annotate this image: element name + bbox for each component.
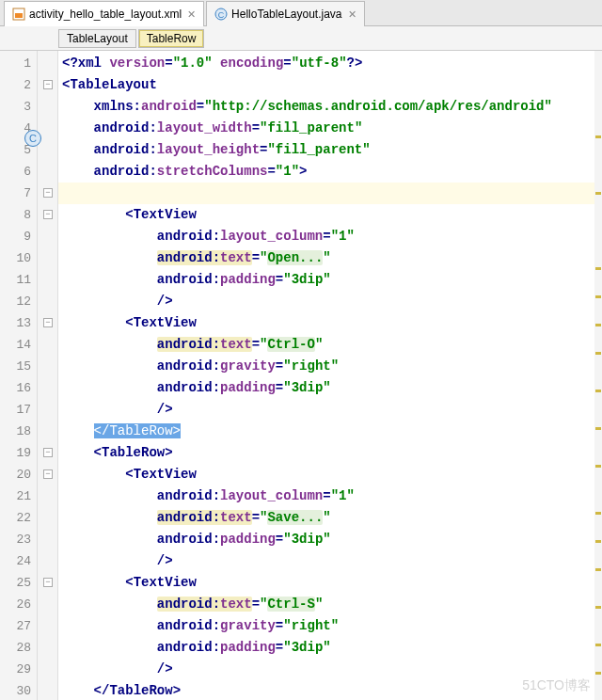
svg-rect-1 xyxy=(15,13,23,18)
line-number: 10 xyxy=(0,247,37,269)
line-number: 15 xyxy=(0,356,37,377)
fold-toggle-icon[interactable]: − xyxy=(43,188,53,198)
line-number-gutter: 1234567891011121314151617181920212223242… xyxy=(0,51,38,700)
tab-xml-file[interactable]: activity_hello_table_layout.xml ✕ xyxy=(4,1,204,26)
code-line[interactable]: android:padding="3dip" xyxy=(62,637,602,659)
code-line[interactable]: <TableRow> xyxy=(62,442,602,464)
line-number: 11 xyxy=(0,269,37,291)
line-number: 14 xyxy=(0,334,37,356)
line-number: 1 xyxy=(0,53,37,74)
code-line[interactable]: </TableRow> xyxy=(62,680,602,700)
code-line[interactable]: android:text="Ctrl-S" xyxy=(62,594,602,615)
line-number: 25 xyxy=(0,572,37,594)
warning-marker[interactable] xyxy=(595,568,601,571)
code-line[interactable]: android:text="Save..." xyxy=(62,507,602,529)
code-line[interactable]: <TextView xyxy=(62,464,602,485)
line-number: 8 xyxy=(0,204,37,226)
code-line[interactable]: <?xml version="1.0" encoding="utf-8"?> xyxy=(62,53,602,74)
code-line[interactable]: <TextView xyxy=(62,204,602,226)
warning-marker[interactable] xyxy=(595,352,601,355)
tab-label: HelloTableLayout.java xyxy=(231,8,341,21)
line-number: 22 xyxy=(0,507,37,529)
warning-marker[interactable] xyxy=(595,644,601,646)
line-number: 30 xyxy=(0,680,37,700)
code-line[interactable]: android:padding="3dip" xyxy=(62,529,602,550)
fold-toggle-icon[interactable]: − xyxy=(43,318,53,327)
line-number: 24 xyxy=(0,550,37,572)
svg-text:C: C xyxy=(218,10,225,20)
line-number: 19 xyxy=(0,442,37,464)
warning-marker[interactable] xyxy=(595,295,601,298)
warning-marker[interactable] xyxy=(595,540,601,543)
marker-stripe xyxy=(594,51,602,700)
code-line[interactable]: <TextView xyxy=(62,312,602,334)
code-line[interactable]: android:layout_column="1" xyxy=(62,226,602,247)
class-indicator-icon: C xyxy=(24,130,41,147)
code-line[interactable]: android:stretchColumns="1"> xyxy=(62,161,602,183)
code-line[interactable]: android:padding="3dip" xyxy=(62,377,602,399)
code-line[interactable]: android:padding="3dip" xyxy=(62,269,602,291)
line-number: 26 xyxy=(0,594,37,615)
warning-marker[interactable] xyxy=(595,192,601,195)
fold-toggle-icon[interactable]: − xyxy=(43,469,53,479)
code-line[interactable]: android:layout_column="1" xyxy=(62,485,602,507)
code-editor[interactable]: C 12345678910111213141516171819202122232… xyxy=(0,51,602,700)
code-line[interactable]: /> xyxy=(62,399,602,421)
crumb-tablerow[interactable]: TableRow xyxy=(138,29,205,48)
code-line[interactable]: /> xyxy=(62,550,602,572)
close-icon[interactable]: ✕ xyxy=(348,8,356,21)
line-number: 7 xyxy=(0,183,37,204)
line-number: 20 xyxy=(0,464,37,485)
watermark: 51CTO博客 xyxy=(522,677,591,694)
warning-marker[interactable] xyxy=(595,135,601,138)
code-line[interactable]: /> xyxy=(62,291,602,312)
fold-column: −−−−−−− xyxy=(38,51,58,700)
line-number: 9 xyxy=(0,226,37,247)
line-number: 3 xyxy=(0,96,37,118)
warning-marker[interactable] xyxy=(595,324,601,326)
line-number: 29 xyxy=(0,659,37,680)
code-line[interactable]: android:text="Open..." xyxy=(62,247,602,269)
java-class-icon: C xyxy=(214,8,228,21)
editor-tabs: activity_hello_table_layout.xml ✕ C Hell… xyxy=(0,0,602,26)
code-line[interactable]: android:gravity="right" xyxy=(62,615,602,637)
crumb-tablelayout[interactable]: TableLayout xyxy=(58,29,136,48)
line-number: 16 xyxy=(0,377,37,399)
line-number: 12 xyxy=(0,291,37,312)
xml-file-icon xyxy=(12,8,25,21)
code-line[interactable]: android:layout_width="fill_parent" xyxy=(62,118,602,139)
tab-label: activity_hello_table_layout.xml xyxy=(29,8,182,21)
warning-marker[interactable] xyxy=(595,512,601,515)
fold-toggle-icon[interactable]: − xyxy=(43,80,53,89)
code-line[interactable]: <TableLayout xyxy=(62,74,602,96)
warning-marker[interactable] xyxy=(595,427,601,430)
tab-java-file[interactable]: C HelloTableLayout.java ✕ xyxy=(206,1,364,26)
warning-marker[interactable] xyxy=(595,672,601,675)
code-line[interactable]: android:text="Ctrl-O" xyxy=(62,334,602,356)
warning-marker[interactable] xyxy=(595,390,601,392)
code-line[interactable]: xmlns:android="http://schemas.android.co… xyxy=(62,96,602,118)
warning-marker[interactable] xyxy=(595,465,601,468)
fold-toggle-icon[interactable]: − xyxy=(43,578,53,587)
line-number: 18 xyxy=(0,421,37,442)
line-number: 6 xyxy=(0,161,37,183)
line-number: 23 xyxy=(0,529,37,550)
breadcrumb: TableLayout TableRow xyxy=(0,26,602,51)
warning-marker[interactable] xyxy=(595,267,601,270)
close-icon[interactable]: ✕ xyxy=(187,8,196,21)
code-line[interactable]: <TextView xyxy=(62,572,602,594)
warning-marker[interactable] xyxy=(595,606,601,609)
code-line[interactable]: android:gravity="right" xyxy=(62,356,602,377)
line-number: 2 xyxy=(0,74,37,96)
fold-toggle-icon[interactable]: − xyxy=(43,448,53,457)
line-number: 27 xyxy=(0,615,37,637)
current-line-highlight xyxy=(38,183,594,204)
code-line[interactable]: </TableRow> xyxy=(62,421,602,442)
line-number: 13 xyxy=(0,312,37,334)
code-area[interactable]: <?xml version="1.0" encoding="utf-8"?><T… xyxy=(58,51,602,700)
line-number: 21 xyxy=(0,485,37,507)
fold-toggle-icon[interactable]: − xyxy=(43,210,53,219)
line-number: 28 xyxy=(0,637,37,659)
code-line[interactable]: /> xyxy=(62,659,602,680)
code-line[interactable]: android:layout_height="fill_parent" xyxy=(62,139,602,161)
